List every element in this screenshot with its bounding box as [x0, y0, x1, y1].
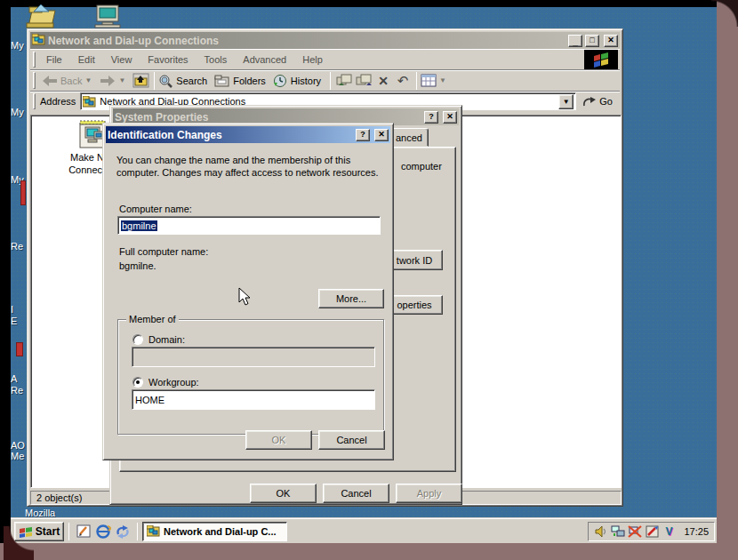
clipped-desktop-icon: [16, 342, 23, 356]
computer-name-label: Computer name:: [119, 204, 192, 214]
tray-clock[interactable]: 17:25: [684, 526, 709, 537]
menu-advanced[interactable]: Advanced: [235, 52, 294, 67]
my-documents-icon[interactable]: [25, 4, 57, 28]
workgroup-radio[interactable]: [132, 377, 143, 388]
member-of-label: Member of: [126, 314, 179, 324]
desktop: My D My My Re I E A Re AO Me Mozilla Net…: [11, 7, 717, 543]
desktop-label-mozilla[interactable]: Mozilla: [25, 508, 55, 518]
back-button[interactable]: Back ▼: [42, 75, 94, 87]
menu-help[interactable]: Help: [294, 52, 331, 67]
close-button[interactable]: ✕: [443, 111, 457, 124]
window-title: Network and Dial-up Connections: [48, 35, 566, 47]
desktop-label[interactable]: E: [11, 316, 17, 326]
monitor-screen: My D My My Re I E A Re AO Me Mozilla Net…: [0, 0, 738, 560]
full-computer-name-label: Full computer name:: [119, 246, 208, 257]
history-button[interactable]: History: [273, 74, 321, 88]
address-folder-icon: [83, 96, 96, 108]
address-dropdown-button[interactable]: ▼: [558, 94, 574, 109]
toolbar-grip[interactable]: [33, 72, 36, 88]
back-arrow-icon: [42, 75, 58, 87]
windows-throbber-icon: [584, 50, 618, 69]
v-antivirus-icon[interactable]: V: [662, 524, 676, 539]
forward-button[interactable]: ▼: [100, 75, 128, 87]
dialog-description: You can change the name and the membersh…: [116, 154, 383, 179]
copy-to-icon[interactable]: [355, 72, 373, 90]
tab-advanced-partial[interactable]: anced: [389, 128, 429, 147]
selected-text: bgmilne: [121, 220, 157, 231]
menu-bar: File Edit View Favorites Tools Advanced …: [30, 49, 620, 69]
move-to-icon[interactable]: [335, 72, 353, 90]
toolbar-grip[interactable]: [33, 93, 36, 109]
monitor-bezel-right: [717, 0, 738, 560]
menu-file[interactable]: File: [38, 52, 70, 67]
quicklaunch-internet-explorer-icon[interactable]: [94, 523, 112, 540]
close-button[interactable]: ✕: [374, 129, 389, 141]
ok-button[interactable]: OK: [245, 430, 312, 450]
desktop-label[interactable]: Re: [11, 385, 23, 396]
taskbar-task-button[interactable]: Network and Dial-up C...: [142, 522, 287, 541]
menu-tools[interactable]: Tools: [197, 52, 236, 67]
mouse-cursor: [238, 287, 251, 307]
quicklaunch-document-pen-icon[interactable]: [75, 523, 92, 540]
domain-input[interactable]: [132, 347, 375, 367]
menu-view[interactable]: View: [103, 52, 140, 67]
folders-icon: [214, 75, 230, 87]
undo-icon[interactable]: ↶: [394, 72, 412, 90]
properties-button[interactable]: operties: [386, 295, 443, 315]
folder-window-icon: [32, 33, 45, 49]
desktop-label[interactable]: Re: [11, 241, 23, 252]
taskbar: Start Network and Dial-up C...: [11, 518, 717, 543]
system-tray: V 17:25: [588, 522, 715, 541]
delete-icon[interactable]: ✕: [374, 72, 392, 90]
domain-label: Domain:: [148, 334, 185, 345]
folders-button[interactable]: Folders: [214, 75, 266, 87]
search-button[interactable]: Search: [158, 74, 207, 88]
workgroup-input[interactable]: HOME: [132, 389, 375, 410]
dialog-title: Identification Changes: [108, 129, 353, 141]
network-computers-icon[interactable]: [611, 524, 625, 539]
more-button[interactable]: More...: [318, 289, 384, 308]
identify-text-partial: computer: [401, 161, 442, 172]
quicklaunch-sync-arrows-icon[interactable]: [114, 523, 132, 540]
desktop-label[interactable]: I: [11, 304, 13, 315]
minimize-button[interactable]: _: [568, 35, 582, 47]
menu-edit[interactable]: Edit: [70, 52, 103, 67]
close-button[interactable]: ✕: [604, 35, 618, 47]
domain-radio[interactable]: [132, 334, 143, 345]
apply-button[interactable]: Apply: [396, 484, 462, 503]
computer-name-input[interactable]: bgmilne: [117, 216, 381, 235]
address-label: Address: [40, 96, 76, 107]
ok-button[interactable]: OK: [250, 484, 317, 503]
network-disconnected-icon[interactable]: [628, 524, 642, 539]
toolbar-grip[interactable]: [33, 52, 36, 68]
desktop-label[interactable]: Me: [11, 451, 24, 461]
network-id-button[interactable]: twork ID: [386, 250, 443, 270]
monitor-bezel-corner: [4, 526, 34, 560]
clipped-desktop-icon: [20, 180, 26, 205]
search-icon: [158, 74, 173, 88]
up-button[interactable]: [132, 72, 149, 90]
maximize-button[interactable]: □: [585, 35, 599, 47]
explorer-titlebar[interactable]: Network and Dial-up Connections _ □ ✕: [30, 32, 620, 49]
paintbrush-icon[interactable]: [645, 524, 659, 539]
full-computer-name-value: bgmilne.: [119, 260, 156, 271]
volume-icon[interactable]: [594, 524, 608, 539]
cancel-button[interactable]: Cancel: [323, 484, 389, 503]
desktop-label[interactable]: My: [11, 107, 24, 117]
toolbar: Back ▼ ▼ Search Folders: [30, 69, 620, 91]
my-computer-icon[interactable]: [93, 4, 124, 28]
go-button[interactable]: Go: [582, 96, 613, 108]
identification-changes-titlebar[interactable]: Identification Changes ? ✕: [106, 126, 390, 143]
views-button[interactable]: ▼: [421, 74, 449, 87]
help-button[interactable]: ?: [424, 111, 438, 124]
cancel-button[interactable]: Cancel: [318, 430, 385, 450]
dialog-title: System Properties: [115, 111, 421, 124]
menu-favorites[interactable]: Favorites: [140, 52, 196, 67]
desktop-label[interactable]: AO: [11, 440, 25, 451]
help-button[interactable]: ?: [356, 129, 370, 141]
desktop-label[interactable]: A: [11, 373, 17, 384]
member-of-group: Member of Domain: Workgroup: HOME: [117, 319, 384, 435]
views-icon: [421, 74, 437, 87]
forward-arrow-icon: [100, 75, 116, 87]
workgroup-label: Workgroup:: [148, 377, 199, 388]
